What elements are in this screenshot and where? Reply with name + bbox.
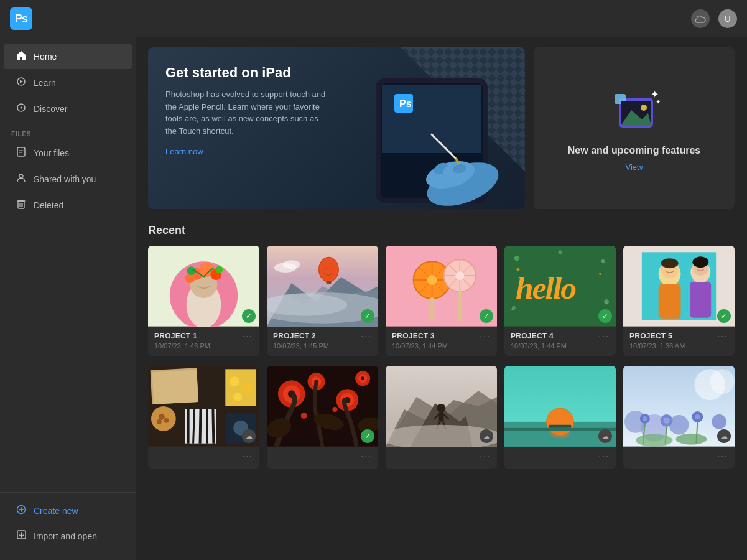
project-menu-9[interactable]: ···: [598, 452, 610, 460]
project-date-1: 10/07/23, 1:46 PM: [154, 342, 253, 350]
svg-rect-62: [430, 297, 434, 322]
create-new-icon: [15, 505, 27, 517]
project-menu-10[interactable]: ···: [717, 452, 728, 460]
svg-text:✦: ✦: [600, 258, 605, 264]
svg-rect-140: [504, 428, 616, 431]
svg-rect-129: [439, 412, 444, 422]
svg-point-103: [233, 393, 242, 401]
cloud-sync-icon[interactable]: [691, 9, 710, 28]
hero-secondary-view-link[interactable]: View: [626, 162, 643, 172]
svg-rect-63: [458, 291, 462, 322]
recent-section-title: Recent: [148, 224, 735, 237]
hero-secondary-title: New and upcoming features: [568, 145, 700, 156]
hero-title: Get started on iPad: [165, 65, 327, 81]
project-menu-5[interactable]: ···: [717, 332, 728, 340]
sidebar-item-discover[interactable]: Discover: [4, 96, 132, 121]
sidebar-item-discover-label: Discover: [34, 104, 67, 114]
project-menu-1[interactable]: ···: [242, 332, 253, 340]
svg-point-24: [641, 105, 647, 111]
sidebar-item-shared-with-you[interactable]: Shared with you: [4, 167, 132, 192]
sidebar-item-create-new[interactable]: Create new: [4, 498, 132, 523]
svg-rect-44: [326, 281, 331, 284]
project-card-10[interactable]: ☁ ···: [623, 366, 735, 469]
project-info-4: PROJECT 4 ··· 10/07/23, 1:44 PM: [504, 327, 616, 356]
project-name-row-8: ···: [392, 452, 491, 460]
learn-icon: [15, 77, 27, 89]
project-date-2: 10/07/23, 1:45 PM: [273, 342, 372, 350]
home-icon: [15, 50, 27, 63]
svg-line-97: [200, 409, 201, 444]
svg-point-92: [164, 418, 169, 423]
project-card-8[interactable]: ☁ ···: [386, 366, 497, 469]
project-info-9: ···: [504, 447, 616, 469]
svg-point-102: [241, 381, 253, 394]
svg-point-159: [676, 434, 707, 445]
hero-description: Photoshop has evolved to support touch a…: [165, 88, 327, 137]
hero-row: Get started on iPad Photoshop has evolve…: [148, 47, 735, 209]
svg-point-75: [516, 268, 519, 271]
project-name-row-6: ···: [154, 452, 253, 460]
sidebar-item-home[interactable]: Home: [4, 44, 132, 69]
svg-point-69: [559, 250, 562, 254]
project-name-5: PROJECT 5: [629, 332, 672, 340]
features-icon-svg: ✦ ✦: [610, 85, 666, 141]
project-thumb-4: ✦ ✦ ✦ ✦ hello ✓: [504, 246, 616, 327]
project-card-5[interactable]: ✓ PROJECT 5 ··· 10/07/23, 1:36 AM: [623, 246, 735, 356]
svg-point-118: [361, 376, 364, 380]
hero-illustration: Ps: [313, 47, 525, 209]
project-info-5: PROJECT 5 ··· 10/07/23, 1:36 AM: [623, 327, 735, 356]
project-card-3[interactable]: ✓ PROJECT 3 ··· 10/07/23, 1:44 PM: [386, 246, 497, 356]
sync-check-badge-4: ✓: [598, 309, 612, 323]
user-avatar[interactable]: U: [718, 9, 737, 28]
svg-point-91: [159, 414, 165, 420]
project-menu-7[interactable]: ···: [361, 452, 372, 460]
svg-line-99: [213, 409, 213, 444]
svg-point-151: [664, 418, 670, 424]
project-name-row-4: PROJECT 4 ···: [511, 332, 610, 340]
sidebar-item-your-files[interactable]: Your files: [4, 141, 132, 166]
projects-grid-bottom: ☁ ···: [148, 366, 735, 469]
project-info-6: ···: [148, 447, 259, 469]
svg-point-123: [332, 407, 337, 412]
svg-point-154: [712, 414, 726, 429]
project-date-4: 10/07/23, 1:44 PM: [511, 342, 610, 350]
project-card-6[interactable]: ☁ ···: [148, 366, 259, 469]
svg-line-96: [193, 409, 195, 444]
files-section-label: FILES: [0, 122, 136, 140]
project-menu-6[interactable]: ···: [242, 452, 253, 460]
svg-point-144: [710, 369, 735, 394]
project-menu-4[interactable]: ···: [598, 332, 610, 340]
project-date-3: 10/07/23, 1:44 PM: [392, 342, 491, 350]
svg-rect-80: [659, 284, 681, 319]
project-card-9[interactable]: ☁ ···: [504, 366, 616, 469]
svg-point-128: [437, 404, 446, 413]
sidebar-item-learn[interactable]: Learn: [4, 70, 132, 95]
svg-line-98: [206, 409, 207, 444]
shared-icon: [15, 173, 27, 185]
sync-cloud-badge-10: ☁: [717, 429, 731, 443]
project-info-7: ···: [267, 447, 378, 469]
project-name-4: PROJECT 4: [511, 332, 554, 340]
svg-point-4: [19, 174, 23, 178]
svg-point-149: [643, 416, 647, 421]
project-thumb-5: ✓: [623, 246, 735, 327]
project-card-7[interactable]: ✓ ···: [267, 366, 378, 469]
import-icon: [15, 530, 27, 542]
sidebar-item-import-and-open[interactable]: Import and open: [4, 524, 132, 548]
svg-point-36: [215, 266, 223, 273]
sync-check-badge-1: ✓: [242, 309, 256, 323]
svg-point-76: [599, 273, 601, 275]
sidebar-item-deleted[interactable]: Deleted: [4, 193, 132, 218]
project-menu-2[interactable]: ···: [361, 332, 372, 340]
sync-cloud-badge-8: ☁: [480, 429, 493, 443]
hero-learn-now-link[interactable]: Learn now: [165, 147, 203, 156]
svg-text:✦: ✦: [605, 301, 609, 306]
project-menu-3[interactable]: ···: [480, 332, 491, 340]
project-thumb-9: ☁: [504, 366, 616, 447]
project-card-4[interactable]: ✦ ✦ ✦ ✦ hello ✓ PROJECT 4: [504, 246, 616, 356]
project-menu-8[interactable]: ···: [480, 452, 491, 460]
topbar: Ps U: [0, 0, 747, 37]
project-card-2[interactable]: ✓ PROJECT 2 ··· 10/07/23, 1:45 PM: [267, 246, 378, 356]
project-card-1[interactable]: ✓ PROJECT 1 ··· 10/07/23, 1:46 PM: [148, 246, 259, 356]
main-content: Get started on iPad Photoshop has evolve…: [136, 37, 747, 560]
